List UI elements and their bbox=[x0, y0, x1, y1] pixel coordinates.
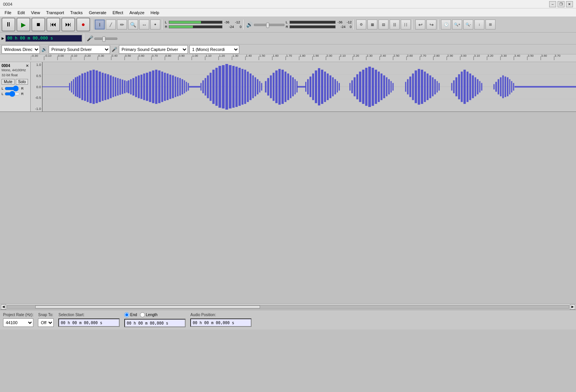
svg-text:0.70: 0.70 bbox=[152, 54, 158, 57]
svg-rect-110 bbox=[130, 79, 132, 95]
svg-text:2.00: 2.00 bbox=[326, 54, 332, 57]
menu-file[interactable]: File bbox=[2, 10, 15, 16]
length-radio[interactable] bbox=[140, 312, 145, 317]
svg-rect-230 bbox=[495, 82, 497, 92]
snap-to-select[interactable]: Off bbox=[38, 318, 54, 327]
output-volume-thumb[interactable] bbox=[266, 23, 269, 28]
svg-rect-238 bbox=[513, 83, 514, 91]
timeline-ruler: -0.30-0.100.000.100.200.300.400.500.600.… bbox=[0, 54, 576, 62]
zoom-tool-button[interactable]: 🔍 bbox=[128, 20, 138, 30]
ruler-ticks: -0.30-0.100.000.100.200.300.400.500.600.… bbox=[0, 54, 576, 61]
scroll-thumb[interactable] bbox=[35, 305, 260, 308]
select-tool-button[interactable]: I bbox=[95, 20, 105, 30]
output-bar-r bbox=[290, 25, 336, 28]
fit-project-button[interactable]: ▦ bbox=[367, 20, 377, 30]
svg-text:-0.30: -0.30 bbox=[31, 54, 38, 57]
envelope-tool-button[interactable]: ╱ bbox=[106, 20, 116, 30]
timer-button[interactable]: 🕐 bbox=[441, 20, 451, 30]
svg-rect-100 bbox=[107, 74, 109, 99]
undo-button[interactable]: ↩ bbox=[415, 20, 425, 30]
track-pan-slider[interactable] bbox=[5, 92, 20, 96]
end-radio-label: End bbox=[130, 313, 137, 317]
mute-button[interactable]: Mute bbox=[2, 79, 15, 85]
audio-host-dropdown[interactable]: Windows DirectSo bbox=[2, 45, 40, 54]
input-volume-thumb[interactable] bbox=[102, 36, 105, 42]
capture-device-dropdown[interactable]: Primary Sound Capture Driver bbox=[119, 45, 188, 54]
svg-text:3.70: 3.70 bbox=[555, 54, 561, 57]
restore-button[interactable]: ❐ bbox=[558, 1, 564, 7]
close-button[interactable]: ✕ bbox=[566, 1, 573, 7]
titlebar: 0004 – ❐ ✕ bbox=[0, 0, 576, 8]
menu-edit[interactable]: Edit bbox=[15, 10, 28, 16]
track-info-samplerate: Mono, 44100Hz bbox=[2, 68, 29, 73]
waveform-display[interactable] bbox=[42, 62, 576, 112]
svg-rect-213 bbox=[434, 79, 436, 95]
scroll-right-button[interactable]: ▶ bbox=[570, 304, 575, 310]
length-radio-option[interactable]: Length bbox=[140, 312, 158, 317]
menu-tracks[interactable]: Tracks bbox=[67, 10, 86, 16]
redo-button[interactable]: ↪ bbox=[426, 20, 436, 30]
zoom-sel-button[interactable]: ↕ bbox=[474, 20, 484, 30]
selection-end-value[interactable]: 00 h 00 m 00,000 s bbox=[124, 319, 186, 327]
svg-rect-179 bbox=[327, 74, 329, 100]
skip-back-button[interactable]: ⏮ bbox=[46, 18, 60, 31]
channels-dropdown[interactable]: 1 (Mono) Recordi bbox=[189, 45, 239, 54]
record-button[interactable]: ● bbox=[76, 18, 90, 31]
zoom-normal-button[interactable]: ⚙ bbox=[356, 20, 366, 30]
menu-generate[interactable]: Generate bbox=[86, 10, 110, 16]
svg-text:2.20: 2.20 bbox=[353, 54, 359, 57]
scroll-track[interactable] bbox=[7, 305, 569, 309]
menu-analyze[interactable]: Analyze bbox=[126, 10, 147, 16]
time-shift-button[interactable]: ↔ bbox=[139, 20, 149, 30]
solo-button[interactable]: Solo bbox=[16, 79, 28, 85]
draw-tool-button[interactable]: ✏ bbox=[117, 20, 127, 30]
fit-project-icon: ▦ bbox=[371, 23, 374, 26]
scroll-left-button[interactable]: ◀ bbox=[1, 304, 6, 310]
play-cursor-toolbar: ▶ 00 h 00 m 00,000 s 🎤 bbox=[0, 33, 576, 44]
svg-text:-0.10: -0.10 bbox=[44, 54, 52, 57]
svg-rect-203 bbox=[407, 79, 408, 95]
output-label-l: L bbox=[286, 20, 289, 24]
empty-workspace bbox=[0, 112, 576, 303]
y-label-n1: -1.0 bbox=[35, 107, 41, 111]
zoom-left-button[interactable]: 🔍+ bbox=[452, 20, 462, 30]
input-volume-slider[interactable] bbox=[94, 38, 117, 40]
track-close-icon[interactable]: ✕ bbox=[26, 64, 29, 68]
output-label-r: R bbox=[286, 25, 289, 29]
fit-sel-button[interactable]: ▤ bbox=[379, 20, 388, 30]
separator4 bbox=[354, 20, 354, 30]
project-rate-select[interactable]: 44100 bbox=[3, 318, 33, 327]
menu-transport[interactable]: Transport bbox=[43, 10, 67, 16]
end-radio[interactable] bbox=[124, 312, 129, 317]
menu-view[interactable]: View bbox=[28, 10, 43, 16]
zoom-fit-button[interactable]: ⊞ bbox=[485, 20, 495, 30]
svg-rect-108 bbox=[126, 81, 127, 93]
svg-rect-96 bbox=[95, 71, 98, 103]
zoom-in-button[interactable]: ||| bbox=[390, 20, 400, 30]
stop-button[interactable]: ■ bbox=[31, 18, 45, 31]
end-radio-option[interactable]: End bbox=[124, 312, 137, 317]
menu-effect[interactable]: Effect bbox=[110, 10, 127, 16]
svg-rect-223 bbox=[469, 74, 471, 100]
waveform-svg[interactable] bbox=[42, 62, 576, 112]
minimize-button[interactable]: – bbox=[549, 1, 556, 7]
play-button[interactable]: ▶ bbox=[16, 18, 30, 31]
svg-rect-134 bbox=[201, 83, 202, 91]
playback-device-dropdown[interactable]: Primary Sound Driver bbox=[49, 45, 110, 54]
multi-tool-button[interactable]: ✦ bbox=[150, 20, 160, 30]
zoom-out-button[interactable]: | | bbox=[401, 20, 411, 30]
svg-rect-89 bbox=[77, 77, 78, 97]
zoom-right-button[interactable]: 🔍- bbox=[463, 20, 473, 30]
selection-start-value[interactable]: 00 h 00 m 00,000 s bbox=[58, 318, 120, 327]
skip-fwd-button[interactable]: ⏭ bbox=[61, 18, 75, 31]
svg-rect-226 bbox=[477, 79, 479, 95]
menu-help[interactable]: Help bbox=[148, 10, 163, 16]
track-volume-slider[interactable] bbox=[5, 86, 20, 91]
undo-icon: ↩ bbox=[418, 22, 423, 28]
pause-button[interactable]: ⏸ bbox=[2, 18, 15, 31]
output-volume-slider[interactable] bbox=[254, 24, 285, 26]
svg-text:3.30: 3.30 bbox=[501, 54, 507, 57]
audio-position-value[interactable]: 00 h 00 m 00,000 s bbox=[190, 318, 252, 327]
snap-to-group: Snap To: Off bbox=[38, 313, 54, 327]
device-toolbar: Windows DirectSo 🔊 Primary Sound Driver … bbox=[0, 44, 576, 54]
